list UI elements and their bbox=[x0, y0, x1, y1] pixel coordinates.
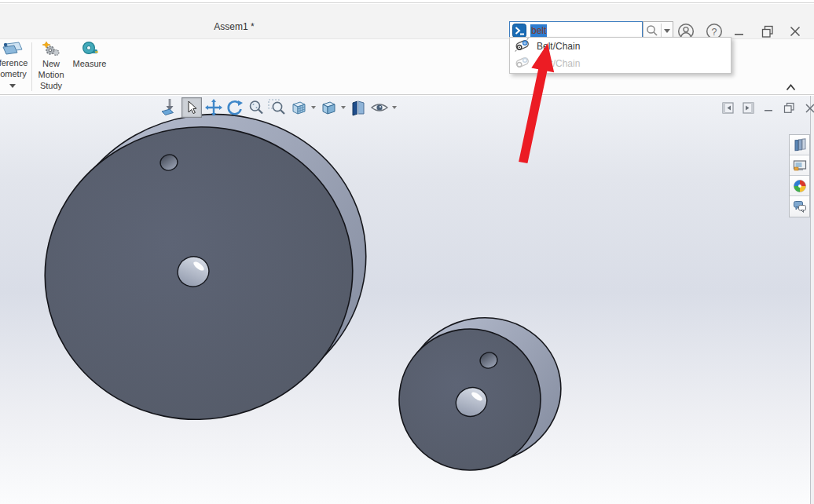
design-library-tab[interactable] bbox=[790, 135, 809, 155]
expand-right-pane-icon[interactable] bbox=[742, 101, 755, 115]
titlebar: Assem1 * belt bbox=[0, 4, 814, 39]
search-result-belt-chain-disabled[interactable]: Belt/Chain bbox=[510, 55, 731, 72]
help-glyph: ? bbox=[712, 27, 717, 38]
reference-geometry-label-line1: ference bbox=[0, 58, 31, 68]
heads-up-view-toolbar bbox=[160, 97, 398, 118]
view-orientation-button[interactable] bbox=[289, 98, 308, 117]
search-result-belt-chain[interactable]: Belt/Chain bbox=[510, 38, 731, 55]
hide-show-items-caret[interactable] bbox=[391, 106, 398, 109]
large-pulley[interactable] bbox=[24, 96, 387, 441]
reference-geometry-label-line2: ometry bbox=[0, 69, 31, 79]
measure-icon bbox=[81, 41, 98, 60]
search-result-label-disabled: Belt/Chain bbox=[537, 58, 580, 69]
task-pane-tabs bbox=[789, 134, 810, 217]
assembly-scene[interactable] bbox=[0, 96, 810, 504]
select-tool-button[interactable] bbox=[182, 97, 202, 118]
minimize-button[interactable] bbox=[730, 23, 749, 40]
document-restore-button[interactable] bbox=[783, 101, 796, 115]
reference-geometry-icon bbox=[2, 42, 24, 59]
search-results-dropdown: Belt/Chain Belt/Chain bbox=[509, 37, 732, 74]
window-top-edge bbox=[0, 0, 814, 3]
graphics-viewport[interactable] bbox=[0, 96, 810, 504]
zoom-to-area-button[interactable] bbox=[268, 98, 287, 117]
collapse-left-pane-icon[interactable] bbox=[721, 101, 735, 115]
search-text-selected: belt bbox=[530, 24, 547, 37]
collapse-ribbon-chevron[interactable] bbox=[785, 81, 797, 95]
document-close-button[interactable] bbox=[803, 101, 814, 115]
document-window-controls bbox=[721, 101, 814, 115]
new-motion-study-label-line2: Motion bbox=[35, 70, 67, 79]
task-pane-edge bbox=[810, 96, 814, 504]
rotate-view-button[interactable] bbox=[226, 98, 244, 117]
section-view-button[interactable] bbox=[349, 98, 368, 117]
view-palette-tab[interactable] bbox=[790, 155, 809, 176]
new-motion-study-icon bbox=[42, 41, 60, 60]
appearances-scenes-tab[interactable] bbox=[790, 176, 809, 196]
normal-to-plane-icon[interactable] bbox=[160, 98, 179, 117]
measure-label: Measure bbox=[66, 59, 113, 68]
small-pulley[interactable] bbox=[389, 307, 571, 480]
zoom-tool-button[interactable] bbox=[247, 98, 266, 117]
new-motion-study-label-line3: Study bbox=[35, 81, 67, 90]
search-options-caret[interactable] bbox=[662, 29, 673, 33]
document-minimize-button[interactable] bbox=[762, 101, 776, 115]
close-button[interactable] bbox=[786, 23, 805, 40]
belt-chain-icon-disabled bbox=[515, 55, 530, 73]
search-commands-icon bbox=[512, 24, 526, 38]
reference-geometry-caret[interactable] bbox=[9, 84, 16, 88]
ribbon-group-separator bbox=[31, 42, 32, 91]
solidworks-window: Assem1 * belt bbox=[0, 0, 814, 504]
hide-show-items-button[interactable] bbox=[370, 98, 389, 117]
belt-chain-icon bbox=[515, 38, 530, 56]
pan-tool-button[interactable] bbox=[204, 98, 223, 117]
display-style-caret[interactable] bbox=[340, 106, 346, 109]
new-motion-study-label-line1: New bbox=[35, 59, 67, 68]
view-orientation-caret[interactable] bbox=[310, 106, 317, 109]
restore-button[interactable] bbox=[758, 23, 777, 40]
search-result-label: Belt/Chain bbox=[537, 41, 580, 52]
document-title: Assem1 * bbox=[116, 21, 352, 32]
forum-tab[interactable] bbox=[790, 196, 809, 217]
display-style-button[interactable] bbox=[319, 98, 338, 117]
